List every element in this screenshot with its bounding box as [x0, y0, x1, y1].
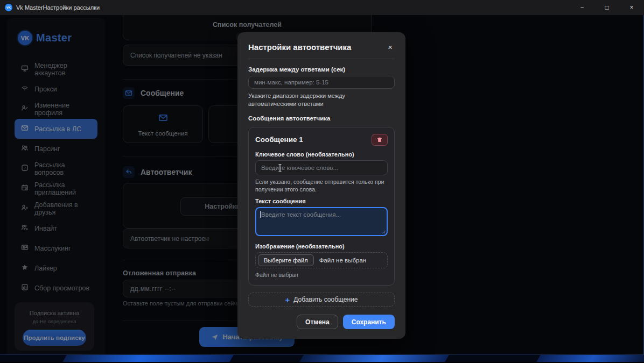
save-button[interactable]: Сохранить [343, 315, 395, 329]
file-chosen-status: Файл не выбран [319, 257, 367, 264]
choose-file-button[interactable]: Выберите файл [258, 254, 314, 266]
plus-icon: + [285, 295, 290, 304]
desktop-wallpaper-strip [0, 355, 644, 362]
app-logo-icon: VK [5, 4, 12, 11]
modal-title: Настройки автоответчика [248, 42, 351, 52]
image-label: Изображение (необязательно) [255, 243, 388, 250]
keyword-label: Ключевое слово (необязательно) [255, 151, 388, 158]
messages-label: Сообщения автоответчика [248, 115, 395, 122]
message-text-label: Текст сообщения [255, 198, 388, 204]
app-body: VK Master Менеджер аккаунтов Прокси Изме… [0, 15, 644, 355]
resize-grip-icon[interactable] [382, 226, 386, 236]
delay-input[interactable] [248, 76, 395, 89]
maximize-button[interactable]: □ [594, 0, 619, 15]
titlebar: VK Vk MasterНастройки рассылки − □ × [0, 0, 644, 15]
add-message-label: Добавить сообщение [293, 296, 358, 303]
divider [248, 59, 395, 59]
text-caret [260, 211, 261, 218]
delay-label: Задержка между ответами (сек) [248, 66, 395, 73]
message-1-card: Сообщение 1 Ключевое слово (необязательн… [248, 127, 395, 286]
trash-icon [376, 137, 383, 143]
window-title: Vk MasterНастройки рассылки [16, 4, 100, 11]
minimize-button[interactable]: − [570, 0, 594, 15]
message-1-title: Сообщение 1 [255, 136, 303, 144]
keyword-input[interactable] [255, 160, 388, 175]
add-message-button[interactable]: + Добавить сообщение [248, 293, 395, 307]
cancel-button[interactable]: Отмена [297, 315, 338, 329]
modal-close-icon[interactable]: × [386, 42, 395, 52]
file-help: Файл не выбран [255, 271, 388, 279]
delay-help: Укажите диапазон задержки между автомати… [248, 92, 395, 108]
autoresponder-settings-modal: Настройки автоответчика × Задержка между… [237, 32, 405, 339]
text-cursor-icon [278, 163, 282, 174]
screen: { "window": { "title": "Vk MasterНастрой… [0, 0, 644, 363]
close-button[interactable]: × [619, 0, 644, 15]
file-upload-field[interactable]: Выберите файл Файл не выбран [255, 252, 388, 268]
message-text-textarea[interactable] [255, 207, 388, 236]
keyword-help: Если указано, сообщение отправится тольк… [255, 178, 390, 193]
delete-message-button[interactable] [372, 134, 388, 146]
